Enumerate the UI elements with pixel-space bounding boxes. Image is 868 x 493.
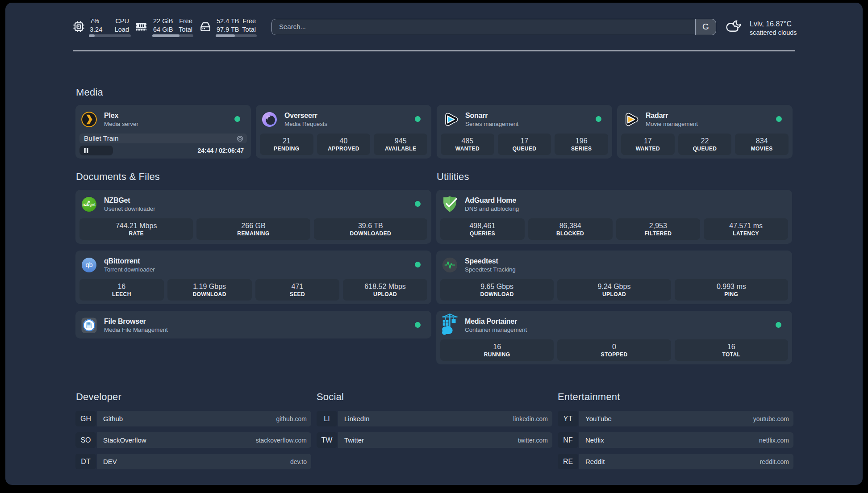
svg-text:qb: qb bbox=[85, 261, 92, 268]
svg-text:nzbget: nzbget bbox=[83, 202, 96, 207]
